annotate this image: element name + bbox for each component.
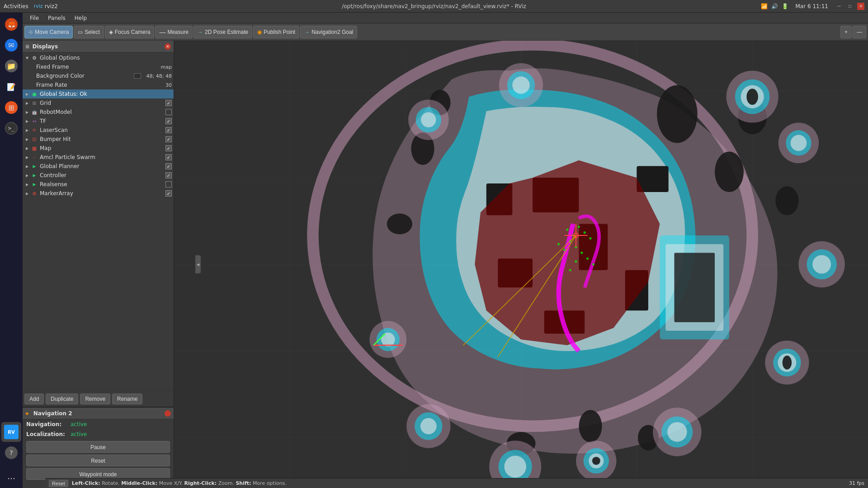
tf-checkbox[interactable]: ✓ [165,118,172,124]
titlebar: Activities rviz rviz2 /opt/ros/foxy/shar… [0,0,868,13]
display-grid-row[interactable]: ▶ ⊞ Grid ✓ [23,99,174,108]
controller-expand[interactable]: ▶ [24,173,30,178]
global-options-expand[interactable]: ▼ [24,55,30,61]
global-status-row[interactable]: ▶ ● Global Status: Ok [23,89,174,99]
realsense-checkbox[interactable] [165,181,172,188]
maximize-button[interactable]: □ [846,3,854,10]
controller-checkbox[interactable]: ✓ [165,172,172,178]
nav2-goal-icon: → [304,29,310,35]
nav2-goal-button[interactable]: → Navigation2 Goal [300,26,357,38]
markerarray-icon: ⊛ [31,190,38,197]
remove-display-button[interactable]: Remove [80,394,110,404]
activity-notes[interactable]: 📝 [1,77,21,97]
background-color-value[interactable]: 48; 48; 48 [146,73,172,79]
global-status-icon: ● [31,90,38,98]
display-robotmodel-row[interactable]: ▶ 🤖 RobotModel [23,108,174,117]
map-expand[interactable]: ▶ [24,145,30,151]
amcl-icon: ⋯ [31,154,38,161]
activity-messaging[interactable]: ✉ [1,35,21,55]
activity-help[interactable]: ? [1,443,21,463]
close-button[interactable]: ✕ [857,3,864,10]
robotmodel-expand[interactable]: ▶ [24,109,30,115]
display-realsense-row[interactable]: ▶ ▶ Realsense [23,180,174,189]
svg-point-55 [420,418,437,434]
rename-display-button[interactable]: Rename [112,394,142,404]
network-icon: 📶 [761,3,768,9]
titlebar-left: Activities rviz rviz2 [4,3,58,9]
activity-firefox[interactable]: 🦊 [1,14,21,34]
globalplanner-label: Global Planner [40,163,164,169]
svg-point-77 [575,260,577,263]
menu-panels[interactable]: Panels [44,14,69,22]
display-amcl-row[interactable]: ▶ ⋯ Amcl Particle Swarm ✓ [23,153,174,162]
move-camera-button[interactable]: ⊹ Move Camera [24,26,73,38]
panel-collapse-handle[interactable]: ◀ [195,255,201,273]
remove-tool-button[interactable]: — [853,26,866,38]
globalplanner-checkbox[interactable]: ✓ [165,163,172,169]
reset-button[interactable]: Reset [26,455,170,466]
global-status-expand[interactable]: ▶ [24,91,30,97]
activity-files[interactable]: 📁 [1,56,21,76]
bumperhit-expand[interactable]: ▶ [24,136,30,142]
frame-rate-row[interactable]: Frame Rate 30 [23,80,174,89]
background-color-row[interactable]: Background Color 48; 48; 48 [23,71,174,80]
add-display-button[interactable]: Add [24,394,44,404]
focus-camera-button[interactable]: ◈ Focus Camera [105,26,155,38]
display-markerarray-row[interactable]: ▶ ⊛ MarkerArray ✓ [23,189,174,198]
map-checkbox[interactable]: ✓ [165,145,172,151]
duplicate-display-button[interactable]: Duplicate [46,394,78,404]
content-area: ▦ Displays ✕ ▼ ⚙ Global Options Fixed Fr… [23,41,868,488]
apps-grid-icon: ⋯ [5,472,18,484]
activity-appstore[interactable]: ⊞ [1,98,21,117]
bumperhit-icon: ⊡ [31,136,38,143]
add-tool-button[interactable]: + [840,26,852,38]
display-globalplanner-row[interactable]: ▶ ▶ Global Planner ✓ [23,162,174,171]
realsense-expand[interactable]: ▶ [24,182,30,187]
activities-label[interactable]: Activities [4,3,28,9]
grid-expand[interactable]: ▶ [24,100,30,106]
background-color-label: Background Color [36,73,134,79]
select-button[interactable]: ▭ Select [74,26,104,38]
messaging-icon: ✉ [5,39,18,52]
svg-point-35 [791,135,807,151]
menu-file[interactable]: File [26,14,42,22]
display-bumperhit-row[interactable]: ▶ ⊡ Bumper Hit ✓ [23,135,174,144]
rviz-icon: RV [4,425,19,439]
amcl-checkbox[interactable]: ✓ [165,154,172,160]
background-color-swatch[interactable] [134,73,141,79]
measure-button[interactable]: — Measure [155,26,193,38]
global-options-row[interactable]: ▼ ⚙ Global Options [23,53,174,62]
publish-point-button[interactable]: ◉ Publish Point [253,26,299,38]
window-title: /opt/ros/foxy/share/nav2_bringup/rviz/na… [342,3,526,9]
globalplanner-expand[interactable]: ▶ [24,164,30,169]
fixed-frame-value[interactable]: map [161,64,172,70]
amcl-expand[interactable]: ▶ [24,155,30,160]
activity-rviz[interactable]: RV [1,422,21,442]
display-map-row[interactable]: ▶ ▦ Map ✓ [23,144,174,153]
tf-expand[interactable]: ▶ [24,118,30,124]
frame-rate-value[interactable]: 30 [165,82,172,88]
activity-apps-grid[interactable]: ⋯ [1,468,21,488]
laserscan-checkbox[interactable]: ✓ [165,127,172,133]
reset-view-button[interactable]: Reset [49,480,68,487]
datetime: Mar 6 11:11 [796,3,829,9]
minimize-button[interactable]: ─ [835,3,843,10]
grid-checkbox[interactable]: ✓ [165,100,172,106]
markerarray-expand[interactable]: ▶ [24,191,30,196]
display-controller-row[interactable]: ▶ ▶ Controller ✓ [23,171,174,180]
fixed-frame-row[interactable]: Fixed Frame map [23,62,174,71]
nav2-close-button[interactable] [165,410,171,417]
laserscan-expand[interactable]: ▶ [24,127,30,133]
robotmodel-icon: 🤖 [31,108,38,116]
displays-close-button[interactable]: ✕ [165,43,171,50]
3d-view[interactable] [174,41,868,488]
bumperhit-checkbox[interactable]: ✓ [165,136,172,142]
markerarray-checkbox[interactable]: ✓ [165,190,172,197]
display-laserscan-row[interactable]: ▶ ⟳ LaserScan ✓ [23,126,174,135]
pause-button[interactable]: Pause [26,441,170,453]
pose-estimate-button[interactable]: → 2D Pose Estimate [193,26,252,38]
menu-help[interactable]: Help [71,14,90,22]
robotmodel-checkbox[interactable] [165,109,172,115]
display-tf-row[interactable]: ▶ ↔ TF ✓ [23,117,174,126]
activity-terminal[interactable]: >_ [1,118,21,138]
